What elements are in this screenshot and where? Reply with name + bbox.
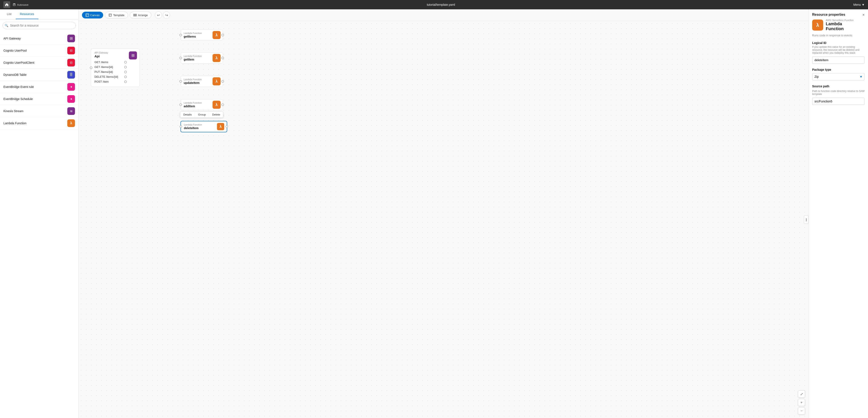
route-delete-item-id[interactable]: DELETE /items/{id}: [94, 74, 127, 79]
route-connector[interactable]: [124, 76, 127, 78]
undo-button[interactable]: ↩: [155, 11, 162, 19]
route-get-item-id[interactable]: GET /items/{id}: [94, 65, 127, 69]
autosave-indicator: Autosave: [13, 3, 28, 6]
connector-left[interactable]: [180, 125, 182, 128]
connector-left[interactable]: [179, 34, 182, 36]
package-type-select-wrap: Zip Image ▼: [812, 73, 865, 85]
canvas-tab[interactable]: Canvas: [82, 12, 103, 19]
list-item[interactable]: DynamoDB Table 🗄: [0, 69, 79, 81]
connector-left-api[interactable]: [90, 66, 92, 69]
node-getItems[interactable]: Lambda Function getItems λ: [181, 30, 223, 40]
canvas-controls: ⤢ + −: [798, 390, 805, 415]
connector-left[interactable]: [179, 80, 182, 83]
route-connector[interactable]: [124, 71, 127, 73]
cognito-userpoolclient-icon: ⊟: [67, 59, 75, 66]
zoom-in-button[interactable]: +: [798, 399, 805, 406]
left-panel: List Resources 🔍 API Gateway ⊞ Cognito U…: [0, 9, 79, 418]
home-button[interactable]: [3, 1, 10, 8]
package-type-label: Package type: [812, 68, 865, 71]
route-put-item-id[interactable]: PUT /items/{id}: [94, 69, 127, 74]
main-layout: List Resources 🔍 API Gateway ⊞ Cognito U…: [0, 9, 868, 418]
lambda-node-icon: λ: [213, 77, 221, 85]
menu-button[interactable]: Menu ▼: [854, 3, 865, 6]
connector-right[interactable]: [221, 57, 224, 59]
context-delete[interactable]: Delete: [209, 112, 223, 117]
svg-rect-12: [135, 15, 136, 16]
route-connector[interactable]: [124, 81, 127, 83]
file-title: tutorial/template.yaml: [427, 3, 455, 6]
collapse-panel-button[interactable]: ‖: [804, 215, 809, 224]
connector-left[interactable]: [179, 103, 182, 106]
svg-point-4: [88, 14, 88, 15]
fullscreen-button[interactable]: ⤢: [798, 390, 805, 398]
eventbridge-schedule-icon: ✦: [67, 95, 75, 103]
node-deleteItem[interactable]: Lambda Function deleteItem λ: [181, 121, 227, 132]
resource-properties-title: Resource properties: [812, 13, 845, 17]
service-description: Runs code in response to events: [812, 34, 865, 37]
service-type: AWS::Serverless::Function: [826, 19, 854, 22]
lambda-list-icon: λ: [67, 119, 75, 127]
service-icon: λ: [812, 20, 823, 31]
svg-rect-9: [133, 14, 135, 15]
logical-id-desc: If you update this value for an existing…: [812, 46, 865, 54]
service-row: λ AWS::Serverless::Function Lambda Funct…: [812, 19, 865, 31]
resource-list: API Gateway ⊞ Cognito UserPool ⊟ Cognito…: [0, 32, 79, 418]
search-box: 🔍: [3, 22, 76, 29]
tab-resources[interactable]: Resources: [16, 9, 38, 19]
connector-right[interactable]: [221, 80, 224, 83]
service-name: Lambda Function: [826, 22, 854, 31]
node-getItem[interactable]: Lambda Function getItem λ: [181, 53, 223, 63]
connector-right[interactable]: [221, 34, 224, 36]
route-connector[interactable]: [124, 61, 127, 63]
context-group[interactable]: Group: [195, 112, 209, 117]
connector-left[interactable]: [179, 57, 182, 59]
arrange-tab[interactable]: Arrange: [130, 12, 151, 19]
kinesis-icon: ≋: [67, 107, 75, 115]
redo-button[interactable]: ↪: [163, 11, 170, 19]
svg-rect-2: [86, 13, 89, 17]
svg-rect-11: [133, 15, 135, 16]
route-get-items[interactable]: GET /items: [94, 60, 127, 65]
package-type-select[interactable]: Zip Image: [812, 73, 865, 80]
lambda-node-icon: λ: [213, 31, 221, 39]
tab-bar: List Resources: [0, 9, 79, 19]
route-post-item[interactable]: POST /item: [94, 79, 127, 84]
route-connector[interactable]: [124, 66, 127, 68]
undo-redo-group: ↩ ↪: [155, 11, 170, 19]
logical-id-input[interactable]: [812, 57, 865, 64]
list-item[interactable]: Cognito UserPool ⊟: [0, 44, 79, 57]
list-item[interactable]: Cognito UserPoolClient ⊟: [0, 57, 79, 69]
svg-point-5: [86, 16, 87, 16]
dynamodb-icon: 🗄: [67, 71, 75, 79]
svg-rect-1: [13, 4, 15, 4]
canvas-toolbar: Canvas Template Arrange ↩ ↪: [79, 9, 809, 21]
connector-right[interactable]: [221, 103, 224, 106]
source-path-label: Source path: [812, 85, 865, 88]
list-item[interactable]: EventBridge Schedule ✦: [0, 93, 79, 105]
canvas[interactable]: Lambda Function getItems λ API Gateway A…: [79, 21, 809, 418]
node-updateItem[interactable]: Lambda Function updateItem λ: [181, 76, 223, 87]
right-panel: Resource properties × λ AWS::Serverless:…: [809, 9, 868, 418]
list-item[interactable]: EventBridge Event rule ✦: [0, 81, 79, 93]
connector-right[interactable]: [225, 125, 228, 128]
source-path-desc: Path to function code directory relative…: [812, 90, 865, 96]
svg-rect-6: [109, 14, 112, 17]
api-gateway-icon: ⊞: [67, 35, 75, 42]
zoom-out-button[interactable]: −: [798, 407, 805, 415]
cognito-userpool-icon: ⊟: [67, 47, 75, 54]
node-api-gateway[interactable]: API Gateway Api ⊞ GET /items GET /items/…: [91, 49, 140, 87]
list-item[interactable]: Kinesis Stream ≋: [0, 105, 79, 117]
svg-point-3: [86, 14, 87, 15]
tab-list[interactable]: List: [3, 9, 16, 19]
template-tab[interactable]: Template: [105, 12, 128, 19]
list-item[interactable]: Lambda Function λ: [0, 117, 79, 129]
node-addItem[interactable]: Lambda Function addItem λ Details Group …: [181, 99, 223, 110]
context-details[interactable]: Details: [180, 112, 195, 117]
canvas-area: Canvas Template Arrange ↩ ↪ Lambda Funct…: [79, 9, 809, 418]
search-input[interactable]: [3, 22, 76, 29]
source-path-input[interactable]: [812, 98, 865, 105]
close-button[interactable]: ×: [862, 13, 865, 17]
list-item[interactable]: API Gateway ⊞: [0, 32, 79, 44]
search-icon: 🔍: [5, 24, 8, 27]
right-panel-header: Resource properties ×: [812, 13, 865, 17]
